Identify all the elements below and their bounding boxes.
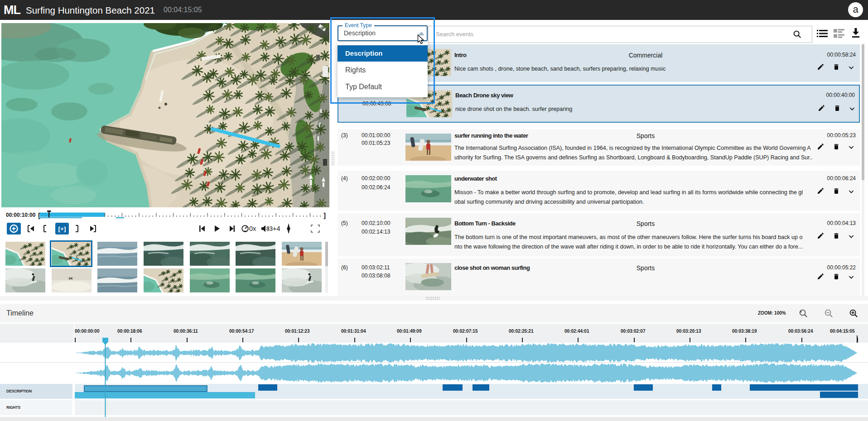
svg-text:]: ] xyxy=(323,211,326,219)
svg-text:[+]: [+] xyxy=(58,225,66,232)
svg-text:0x: 0x xyxy=(249,225,256,232)
svg-text:3+4: 3+4 xyxy=(269,225,280,232)
